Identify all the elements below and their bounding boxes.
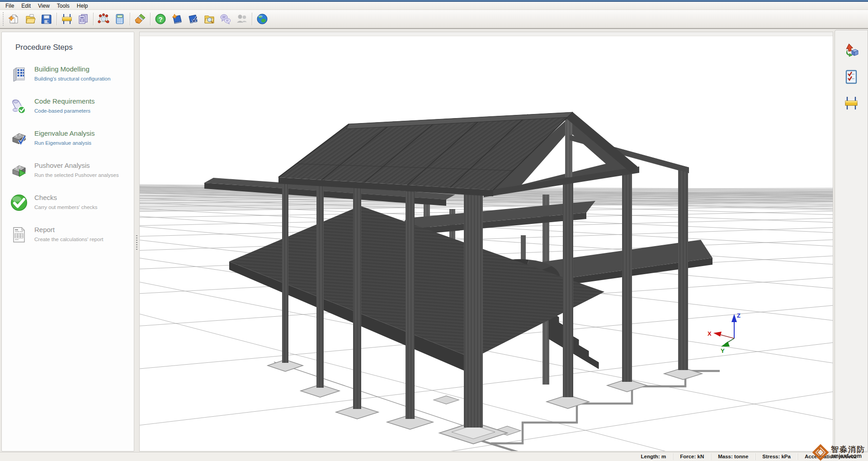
checks-icon (9, 193, 29, 213)
menu-bar: File Edit View Tools Help (0, 2, 868, 10)
toolbar-separator (130, 13, 130, 25)
step-title: Eigenvalue Analysis (34, 129, 94, 137)
help-icon: ? (155, 13, 166, 25)
folder-search-icon (203, 13, 215, 25)
checklist-icon (844, 69, 859, 85)
frame-section-icon (844, 95, 859, 111)
book-star-icon (171, 13, 183, 25)
step-eigenvalue-analysis[interactable]: Eigenvalue Analysis Run Eigenvalue analy… (9, 128, 134, 148)
building-model: Z X Y (204, 112, 741, 451)
status-stress: Stress: kPa (755, 453, 797, 460)
step-subtitle: Carry out members' checks (34, 204, 98, 210)
globe-icon (256, 13, 268, 25)
save-project-icon (41, 13, 52, 25)
main-toolbar: ? (0, 10, 868, 29)
print-report-button[interactable] (75, 11, 91, 27)
checklist-button[interactable] (843, 68, 860, 86)
menu-tools[interactable]: Tools (53, 2, 73, 10)
users-disabled-icon (236, 13, 248, 25)
right-tool-panel (835, 30, 868, 451)
website-button[interactable] (254, 11, 270, 27)
step-pushover-analysis[interactable]: Pushover Analysis Run the selected Pusho… (9, 161, 134, 181)
book-check-icon (187, 13, 199, 25)
step-checks[interactable]: Checks Carry out members' checks (9, 193, 134, 213)
status-acceleration: Acceleration: m/sec2 (797, 453, 863, 460)
forum-button[interactable] (217, 11, 234, 27)
step-subtitle: Building's structural configuration (34, 76, 110, 81)
users-button[interactable] (234, 11, 250, 27)
step-title: Building Modelling (34, 65, 110, 73)
help-button[interactable]: ? (152, 11, 169, 27)
step-subtitle: Run the selected Pushover analyses (34, 172, 119, 178)
panel-title: Procedure Steps (15, 43, 134, 52)
menu-file[interactable]: File (2, 2, 18, 10)
model-update-icon (844, 43, 859, 58)
menu-view[interactable]: View (34, 2, 53, 10)
toolbar-separator (150, 13, 151, 25)
open-project-button[interactable] (22, 11, 38, 27)
axis-triad: Z X Y (708, 312, 741, 354)
axis-z-label: Z (737, 312, 741, 319)
new-project-button[interactable] (6, 11, 22, 27)
axis-y-label: Y (721, 347, 725, 354)
frame-section-button[interactable] (843, 95, 860, 112)
model-3d-button[interactable] (95, 11, 112, 27)
building-icon (9, 64, 29, 84)
step-title: Report (34, 226, 103, 233)
svg-text:?: ? (158, 15, 162, 23)
toolbar-grip[interactable] (2, 12, 5, 26)
print-report-icon (77, 13, 89, 25)
calculator-icon (114, 13, 126, 25)
step-title: Checks (34, 194, 98, 201)
building-modeller-button[interactable] (59, 11, 75, 27)
step-subtitle: Run Eigenvalue analysis (34, 140, 94, 146)
verification-button[interactable] (185, 11, 201, 27)
new-project-icon (8, 13, 20, 25)
status-force: Force: kN (673, 453, 711, 460)
step-title: Pushover Analysis (34, 162, 119, 169)
open-project-icon (24, 13, 36, 25)
model-update-button[interactable] (843, 42, 860, 59)
model-3d-view[interactable]: Z X Y (140, 32, 833, 451)
toolbar-separator (93, 13, 94, 25)
save-project-button[interactable] (38, 11, 55, 27)
status-bar: Length: m Force: kN Mass: tonne Stress: … (0, 452, 868, 461)
splitter-handle[interactable] (136, 235, 137, 251)
building-modeller-icon (61, 13, 73, 25)
step-code-requirements[interactable]: Code Requirements Code-based parameters (9, 96, 134, 116)
calculator-button[interactable] (112, 11, 128, 27)
paintbrush-icon (134, 13, 146, 25)
step-title: Code Requirements (34, 97, 94, 105)
status-mass: Mass: tonne (711, 453, 755, 460)
tutorial-button[interactable] (169, 11, 185, 27)
example-search-button[interactable] (201, 11, 217, 27)
code-scroll-icon (9, 96, 29, 116)
menu-edit[interactable]: Edit (18, 2, 34, 10)
model-viewport[interactable]: Z X Y (139, 32, 833, 451)
status-length: Length: m (634, 453, 673, 460)
step-building-modelling[interactable]: Building Modelling Building's structural… (9, 64, 134, 84)
toolbar-separator (57, 13, 57, 25)
pushover-engine-icon (9, 161, 29, 181)
model-3d-icon (98, 13, 109, 25)
main-area: Procedure Steps Building Modelling Build… (0, 29, 868, 452)
step-subtitle: Create the calculations' report (34, 237, 103, 242)
toolbar-separator (252, 13, 252, 25)
report-icon (9, 225, 29, 245)
panel-splitter[interactable] (134, 29, 139, 452)
forum-bubbles-icon (220, 13, 231, 25)
step-report[interactable]: Report Create the calculations' report (9, 225, 134, 245)
axis-x-label: X (708, 330, 712, 337)
step-subtitle: Code-based parameters (34, 108, 94, 114)
procedure-steps-panel: Procedure Steps Building Modelling Build… (1, 32, 134, 451)
display-options-button[interactable] (132, 11, 148, 27)
menu-help[interactable]: Help (73, 2, 92, 10)
eigenvalue-engine-icon (9, 128, 29, 148)
